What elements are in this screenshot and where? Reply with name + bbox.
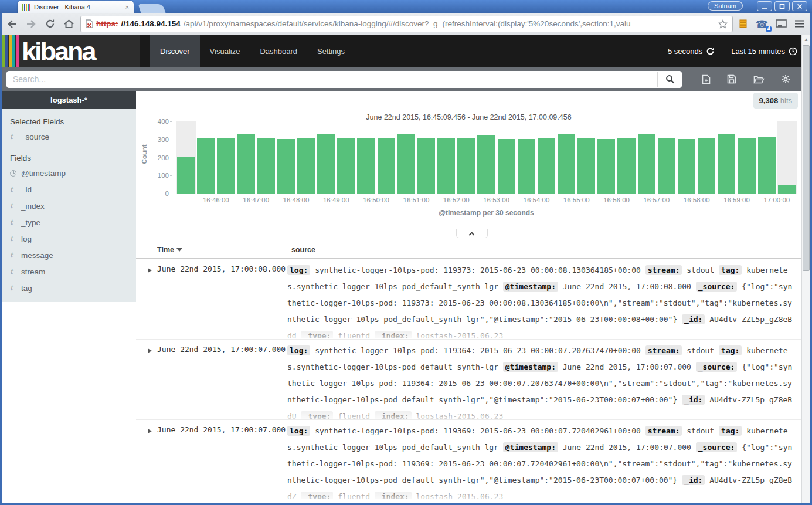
histogram-bar[interactable] xyxy=(577,138,595,194)
histogram-bar[interactable] xyxy=(778,185,796,194)
histogram-bar[interactable] xyxy=(177,157,195,194)
histogram-slot[interactable] xyxy=(176,121,196,194)
histogram-slot[interactable] xyxy=(596,121,616,194)
histogram-bar[interactable] xyxy=(337,138,355,194)
histogram-slot[interactable] xyxy=(356,121,376,194)
histogram-bar[interactable] xyxy=(357,138,375,194)
forward-button[interactable] xyxy=(23,16,39,32)
search-input[interactable] xyxy=(6,71,682,88)
field-item-_type[interactable]: t_type xyxy=(2,214,136,231)
browser-tab[interactable]: Discover - Kibana 4 × xyxy=(18,1,134,13)
histogram-bar[interactable] xyxy=(558,134,575,194)
histogram-slot[interactable] xyxy=(657,121,677,194)
url-bar[interactable]: https: //146.148.94.154 /api/v1/proxy/na… xyxy=(80,16,733,32)
os-user-label[interactable]: Satnam xyxy=(708,1,743,11)
histogram-bar[interactable] xyxy=(518,139,535,194)
histogram-slot[interactable] xyxy=(256,121,276,194)
table-row[interactable]: June 22nd 2015, 17:00:07.000log: synthet… xyxy=(136,420,801,500)
histogram-bar[interactable] xyxy=(277,139,295,194)
histogram-bar[interactable] xyxy=(758,137,776,194)
home-button[interactable] xyxy=(60,16,77,32)
histogram-bar[interactable] xyxy=(217,138,235,194)
histogram-slot[interactable] xyxy=(556,121,576,194)
histogram-slot[interactable] xyxy=(716,121,736,194)
field-item-_index[interactable]: t_index xyxy=(2,198,136,214)
histogram-slot[interactable] xyxy=(476,121,496,194)
settings-gear-button[interactable] xyxy=(781,74,790,84)
extension-stack-icon[interactable] xyxy=(739,19,748,28)
open-search-button[interactable] xyxy=(753,75,765,84)
field-item-message[interactable]: tmessage xyxy=(2,247,136,263)
scrollbar-thumb[interactable] xyxy=(803,45,810,271)
kibana-logo[interactable]: kibana xyxy=(2,35,140,67)
tab-close-icon[interactable]: × xyxy=(125,4,129,11)
histogram-slot[interactable] xyxy=(196,121,216,194)
histogram-slot[interactable] xyxy=(336,121,356,194)
histogram-bar[interactable] xyxy=(477,135,495,194)
histogram-slot[interactable] xyxy=(616,121,636,194)
new-tab-button[interactable] xyxy=(138,4,166,13)
expand-row-icon[interactable] xyxy=(148,268,152,273)
reload-button[interactable] xyxy=(42,16,58,32)
histogram-bar[interactable] xyxy=(417,138,435,194)
search-submit-button[interactable] xyxy=(657,72,682,87)
histogram-bar[interactable] xyxy=(197,138,215,194)
histogram-bar[interactable] xyxy=(718,134,735,194)
new-search-button[interactable] xyxy=(702,74,711,84)
histogram-slot[interactable] xyxy=(216,121,236,194)
expand-row-icon[interactable] xyxy=(148,348,152,353)
table-row[interactable]: June 22nd 2015, 17:00:07.000log: synthet… xyxy=(136,340,801,420)
histogram-slot[interactable] xyxy=(236,121,256,194)
refresh-interval-control[interactable]: 5 seconds xyxy=(668,47,715,56)
histogram-bar[interactable] xyxy=(597,139,615,194)
time-range-control[interactable]: Last 15 minutes xyxy=(731,47,797,56)
histogram-slot[interactable] xyxy=(276,121,296,194)
maximize-button[interactable] xyxy=(774,1,790,11)
nav-item-settings[interactable]: Settings xyxy=(307,35,355,67)
histogram-slot[interactable] xyxy=(436,121,456,194)
histogram-bar[interactable] xyxy=(437,138,455,194)
histogram-bar[interactable] xyxy=(378,138,395,194)
histogram-slot[interactable] xyxy=(536,121,556,194)
field-item-_source[interactable]: t_source xyxy=(2,128,136,145)
histogram-slot[interactable] xyxy=(637,121,657,194)
histogram-bar[interactable] xyxy=(257,138,275,194)
histogram-slot[interactable] xyxy=(736,121,756,194)
histogram-slot[interactable] xyxy=(697,121,716,194)
histogram-slot[interactable] xyxy=(376,121,396,194)
histogram-bar[interactable] xyxy=(698,138,715,194)
histogram-slot[interactable] xyxy=(677,121,697,194)
histogram-slot[interactable] xyxy=(757,121,777,194)
close-button[interactable] xyxy=(792,1,807,11)
back-button[interactable] xyxy=(4,16,21,32)
nav-item-visualize[interactable]: Visualize xyxy=(200,35,250,67)
expand-row-icon[interactable] xyxy=(148,429,152,433)
histogram-slot[interactable] xyxy=(296,121,316,194)
histogram-plot[interactable] xyxy=(176,121,797,194)
histogram-bar[interactable] xyxy=(297,138,315,194)
histogram-slot[interactable] xyxy=(396,121,416,194)
field-item-log[interactable]: tlog xyxy=(2,231,136,247)
extension-phone-icon[interactable]: ☎4 xyxy=(756,18,768,30)
browser-menu-icon[interactable] xyxy=(794,20,804,28)
histogram-bar[interactable] xyxy=(678,139,695,194)
histogram-slot[interactable] xyxy=(517,121,536,194)
histogram-bar[interactable] xyxy=(538,138,555,194)
field-item-timestamp[interactable]: @timestamp xyxy=(2,165,136,181)
histogram-slot[interactable] xyxy=(416,121,436,194)
histogram-bar[interactable] xyxy=(457,138,475,194)
scrollbar-up-arrow[interactable]: ▲ xyxy=(802,35,810,44)
extension-cast-icon[interactable] xyxy=(776,19,787,28)
field-item-stream[interactable]: tstream xyxy=(2,263,136,280)
bookmark-star-icon[interactable] xyxy=(718,19,728,29)
histogram-bar[interactable] xyxy=(738,138,755,194)
histogram-bar[interactable] xyxy=(658,138,675,194)
page-security-icon[interactable] xyxy=(86,19,93,28)
histogram-bar[interactable] xyxy=(397,134,415,194)
histogram-bar[interactable] xyxy=(237,134,254,194)
index-pattern-selector[interactable]: logstash-* xyxy=(2,91,136,109)
table-row[interactable]: June 22nd 2015, 17:00:08.000log: synthet… xyxy=(136,259,801,340)
histogram-slot[interactable] xyxy=(497,121,517,194)
time-column-header[interactable]: Time xyxy=(157,246,182,254)
page-scrollbar[interactable]: ▲ xyxy=(801,35,810,503)
